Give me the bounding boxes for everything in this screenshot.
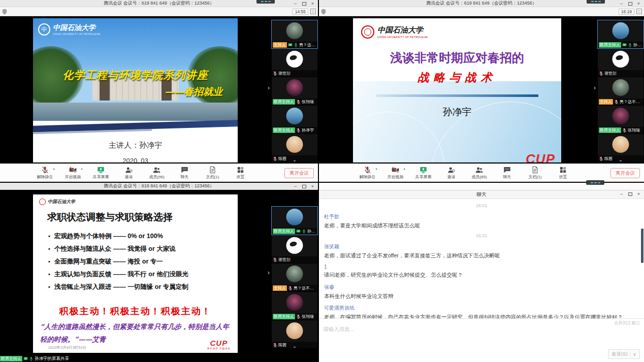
participant-tile[interactable]: 主持人 男？达不重_嘛.. [272,264,317,291]
restore-icon[interactable] [626,1,634,7]
mic-muted-icon [273,343,277,347]
chat-message-text: 老师，在编写简历的时候，自己在非专业方面也有一定研究，但是很纠结这些内容的所占比… [324,313,639,318]
members-button[interactable]: 成员(85) [468,166,491,180]
share-screen-button[interactable]: 共享屏幕 [90,166,112,180]
chat-input-area: 合并到主窗口 发送(S) | ∨ [319,318,644,362]
participant-tile[interactable]: 谢世彭 [272,235,317,263]
minimize-icon[interactable]: – [617,1,626,7]
close-icon[interactable]: × [308,1,317,7]
expand-roster-icon[interactable]: ⌄ [619,157,623,162]
shared-slide-a: 中 中国石油大学CHINA UNIVERSITY OF PETROLEUM 化学… [33,18,238,162]
minimize-icon[interactable]: – [291,183,300,190]
restore-icon[interactable] [300,1,308,7]
chat-message-text: 老师，面试通过了企业不发offer，要求直接签三方，这种情况下怎么决断呢 [324,252,639,259]
bullet-item: 全面撒网与重点突破 —— 海投 or 专一 [48,255,230,268]
chat-timestamp: 16:01 [324,203,639,208]
leave-meeting-button[interactable]: 离开会议 [610,168,640,178]
chat-message-list[interactable]: 16:01 杜予歆 老师，要是大学期间成绩不理想该怎么呢 16:21 张笑颖 老… [319,199,644,318]
titlebar[interactable]: 腾讯会议 会议号：619 841 649（会议密码：123456） – × [0,0,318,7]
chat-message-input[interactable] [323,326,640,347]
roster-collapse-arrow[interactable]: › [268,84,270,91]
docs-button[interactable]: 文档(1) [202,166,224,180]
meeting-controls-pill[interactable] [256,0,275,4]
slide-c-emphasis: 积极主动！积极主动！积极主动！ [33,305,238,317]
chat-icon [503,166,511,174]
send-button[interactable]: 发送(S) | ∨ [608,349,640,359]
window-title: 腾讯会议 会议号：619 841 649（会议密码：123456） [104,0,214,7]
expand-roster-icon[interactable]: ⌄ [293,157,297,162]
roster-collapse-arrow[interactable]: › [268,269,270,276]
unmute-button[interactable]: 解除静音▴ [357,166,379,180]
participant-tile[interactable]: 主持人 男？达不重_嘛.. [272,20,317,48]
document-icon [209,166,216,174]
mic-on-icon [29,356,34,361]
participant-tile[interactable]: 联席主持人 张翔瑞 [272,77,317,105]
unmute-button[interactable]: 解除静音▴ [34,166,56,180]
participant-roster: 联席主持人 孙净宇的屏幕共享 谢世彭 主持人 [272,207,317,349]
cohost-badge: 联席主持人 [599,42,621,48]
chat-titlebar[interactable]: 聊天 – × [319,190,644,199]
participant-tile[interactable]: 陈茜 ⌄ [272,134,317,162]
invite-button[interactable]: 邀请 [440,166,463,180]
send-divider: | [630,351,631,357]
participant-tile[interactable]: 陈茜 ⌄ [272,320,317,348]
settings-button[interactable]: 设置 [230,166,252,180]
members-button[interactable]: 成员(96) [146,166,168,180]
avatar [613,79,629,96]
close-icon[interactable]: × [308,183,317,190]
security-shield-icon [2,9,7,15]
close-icon[interactable]: × [634,1,643,7]
mic-muted-icon [273,257,277,262]
meeting-window-c: 腾讯会议 会议号：619 841 649（会议密码：123456） – × 中国… [0,183,318,362]
restore-icon[interactable] [626,191,634,198]
meeting-controls-pill[interactable] [587,0,605,4]
screen-share-icon [622,43,627,47]
roster-collapse-arrow[interactable]: › [594,84,596,91]
docs-button[interactable]: 文档(1) [524,166,546,180]
chat-button[interactable]: 聊天 [496,166,519,180]
fullscreen-icon[interactable] [636,9,642,14]
participant-tile[interactable]: 联席主持人 孙净宇的屏幕共享 [272,207,317,235]
settings-button[interactable]: 设置 [552,166,574,180]
participant-tile[interactable]: 联席主持人 张翔瑞 [598,106,643,134]
camera-off-icon [69,166,77,174]
security-shield-icon [321,9,326,15]
avatar [613,51,629,68]
mic-muted-icon [599,71,603,76]
chat-title: 聊天 [477,191,487,198]
expand-roster-icon[interactable]: ⌄ [293,344,297,348]
invite-button[interactable]: 邀请 [118,166,140,180]
participant-tile[interactable]: 主持人 男？达不重_嘛.. [598,77,643,105]
participant-tile[interactable]: 联席主持人 张翔瑞 [272,292,317,320]
participant-tile[interactable]: 陈茜 ⌄ [598,134,643,162]
chat-button[interactable]: 聊天 [174,166,196,180]
participant-name: 男？达不重_嘛.. [299,42,316,48]
leave-meeting-button[interactable]: 离开会议 [284,168,314,178]
close-icon[interactable]: × [634,191,643,198]
minimize-icon[interactable]: – [291,1,300,7]
send-options-dropdown-icon[interactable]: ∨ [633,351,636,357]
chat-scrollbar[interactable] [641,228,643,263]
camera-off-icon [392,166,399,174]
chat-sender-name: 张笑颖 [324,243,639,250]
minimize-icon[interactable]: – [617,191,626,198]
host-badge: 主持人 [273,285,287,291]
bullet-item: 浅尝辄止与深入跟进 —— 一切随缘 or 专属定制 [48,281,230,293]
host-badge: 主持人 [599,99,613,105]
slide-b-divider [376,94,538,97]
participant-name: 谢世彭 [278,71,291,76]
restore-icon[interactable] [300,183,308,190]
participant-tile[interactable]: 联席主持人 孙净宇的屏幕共享 [598,20,643,48]
start-video-button[interactable]: 开启视频▴ [62,166,84,180]
participant-tile[interactable]: 联席主持人 孙净宇 [272,106,317,134]
start-video-button[interactable]: 开启视频▴ [384,166,407,180]
titlebar[interactable]: 腾讯会议 会议号：619 841 649（会议密码：123456） – × [0,183,318,190]
share-screen-button[interactable]: 共享屏幕 [412,166,435,180]
mic-on-icon [294,43,298,47]
participant-tile[interactable]: 谢世彭 [272,49,317,77]
titlebar[interactable]: 腾讯会议 会议号：619 841 649（会议密码：123456） – × [319,0,644,7]
university-logo: 中国石油大学CHINA UNIVERSITY OF PETROLEUM [361,25,428,39]
fullscreen-icon[interactable] [310,9,316,14]
participant-tile[interactable]: 谢世彭 [598,49,643,77]
meeting-controls-pill[interactable] [586,180,604,185]
